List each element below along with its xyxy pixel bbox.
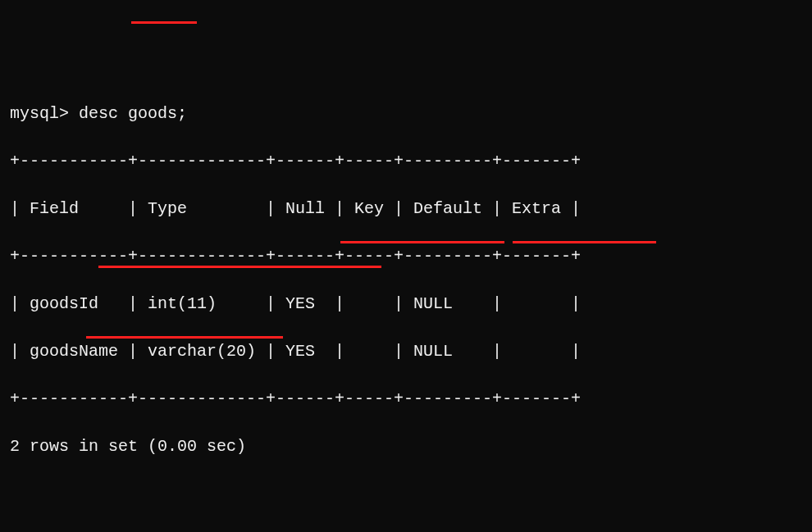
desc-table-border-bot: +-----------+-------------+------+-----+…	[10, 387, 802, 411]
desc-table-row-1: | goodsName | varchar(20) | YES | | NULL…	[10, 339, 802, 363]
command-text: desc goods;	[79, 104, 187, 123]
annotation-underline-3	[513, 241, 656, 243]
blank-line-1	[10, 482, 802, 506]
mysql-prompt: mysql>	[10, 104, 69, 123]
annotation-underline-5	[86, 336, 283, 339]
annotation-underline-2	[340, 241, 504, 243]
desc-table-border-top: +-----------+-------------+------+-----+…	[10, 149, 802, 173]
desc-result: 2 rows in set (0.00 sec)	[10, 434, 802, 458]
annotation-underline-1	[131, 21, 197, 24]
command-desc: mysql> desc goods;	[10, 102, 802, 125]
desc-table-border-mid: +-----------+-------------+------+-----+…	[10, 244, 802, 268]
desc-table-row-0: | goodsId | int(11) | YES | | NULL | |	[10, 292, 802, 316]
desc-table-header: | Field | Type | Null | Key | Default | …	[10, 197, 802, 221]
